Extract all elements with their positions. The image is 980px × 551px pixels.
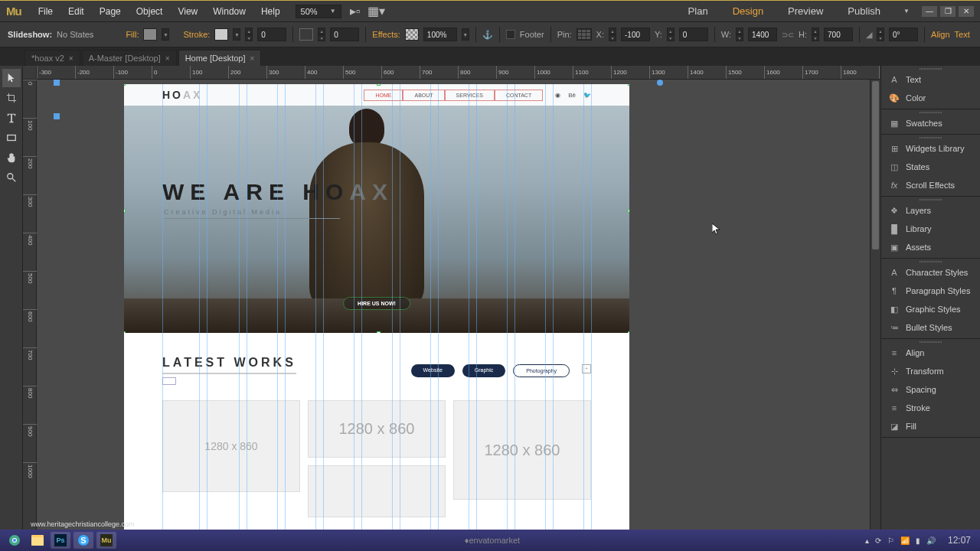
stroke-value[interactable]: 0 [257, 28, 286, 41]
close-icon[interactable]: × [69, 54, 74, 63]
page-marker-tl[interactable] [54, 80, 60, 86]
panel-layers[interactable]: ❖Layers [881, 201, 980, 220]
filter-photography[interactable]: Photography [513, 364, 570, 377]
panel-swatches[interactable]: ▦Swatches [881, 114, 980, 132]
chevron-down-icon[interactable]: ▼ [899, 5, 914, 18]
close-icon[interactable]: × [250, 54, 255, 63]
x-spinner[interactable]: ▲▼ [609, 28, 616, 41]
close-icon[interactable]: × [165, 54, 170, 63]
panel-graphic-styles[interactable]: ◧Graphic Styles [881, 300, 980, 318]
flag-icon[interactable]: ⚐ [887, 536, 894, 545]
works-box[interactable] [162, 377, 176, 385]
opacity-value[interactable]: 100% [423, 28, 457, 41]
text-tool[interactable] [2, 109, 21, 127]
panel-spacing[interactable]: ⇔Spacing [881, 380, 980, 399]
rectangle-tool[interactable] [2, 129, 21, 147]
menu-view[interactable]: View [170, 3, 205, 20]
link-icon[interactable]: ⊃⊂ [782, 31, 794, 39]
effects-label[interactable]: Effects: [372, 30, 400, 39]
panel-text[interactable]: AText [881, 70, 980, 89]
twitter-icon[interactable]: 🐦 [583, 92, 591, 99]
panel-scroll-effects[interactable]: fxScroll Effects [881, 176, 980, 194]
chrome-icon[interactable] [5, 532, 24, 549]
opacity-dropdown[interactable]: ▼ [462, 28, 469, 41]
nav-home[interactable]: HOME [364, 90, 403, 101]
behance-icon[interactable]: Bē [568, 92, 576, 99]
panel-bullet-styles[interactable]: ≔Bullet Styles [881, 318, 980, 337]
corner-icon[interactable] [299, 28, 313, 41]
mode-design[interactable]: Design [720, 2, 776, 20]
work-item[interactable]: 1280 x 860 [308, 400, 446, 458]
panel-char-styles[interactable]: ACharacter Styles [881, 263, 980, 282]
zoom-dropdown[interactable]: 50% ▼ [296, 5, 341, 18]
menu-help[interactable]: Help [253, 3, 288, 20]
stroke-swatch[interactable] [214, 28, 228, 41]
panel-states[interactable]: ◫States [881, 158, 980, 176]
tab-home[interactable]: Home [Desktop]× [178, 50, 262, 66]
stroke-label[interactable]: Stroke: [183, 30, 210, 39]
filter-graphic[interactable]: Graphic [462, 364, 506, 377]
design-page[interactable]: HOAX HOME ABOUT SERVICES CONTACT ◉ Bē 🐦 [124, 84, 629, 530]
dribbble-icon[interactable]: ◉ [555, 92, 560, 99]
panel-color[interactable]: 🎨Color [881, 89, 980, 107]
mode-preview[interactable]: Preview [776, 2, 835, 20]
add-filter-icon[interactable]: + [582, 364, 591, 373]
hero-section[interactable]: HOAX HOME ABOUT SERVICES CONTACT ◉ Bē 🐦 [124, 84, 629, 333]
crop-tool[interactable] [2, 89, 21, 107]
volume-icon[interactable]: 🔊 [926, 536, 936, 545]
minimize-button[interactable]: — [922, 6, 937, 17]
explorer-icon[interactable] [28, 532, 47, 549]
maximize-button[interactable]: ❐ [940, 6, 956, 17]
panel-assets[interactable]: ▣Assets [881, 238, 980, 256]
fill-label[interactable]: Fill: [126, 30, 139, 39]
panel-fill[interactable]: ◪Fill [881, 417, 980, 435]
y-value[interactable]: 0 [679, 28, 708, 41]
stroke-spinner[interactable]: ▲▼ [245, 28, 253, 41]
muse-icon[interactable]: Mu [96, 532, 116, 549]
slideshow-state[interactable]: No States [57, 30, 93, 39]
ruler-vertical[interactable]: 01002003004005006007008009001000 [23, 80, 37, 530]
nav-services[interactable]: SERVICES [445, 90, 495, 101]
panel-transform[interactable]: ⊹Transform [881, 362, 980, 380]
y-spinner[interactable]: ▲▼ [667, 28, 675, 41]
footer-checkbox[interactable] [506, 30, 515, 39]
works-title[interactable]: LATEST WORKS [162, 356, 296, 374]
scrollbar-vertical[interactable] [870, 80, 880, 530]
tray-up-icon[interactable]: ▴ [865, 536, 869, 545]
menu-edit[interactable]: Edit [60, 3, 92, 20]
w-spinner[interactable]: ▲▼ [736, 28, 743, 41]
anchor-icon[interactable]: ⚓ [482, 30, 493, 40]
page-marker-ml[interactable] [54, 113, 60, 119]
panel-library[interactable]: ▐▌Library [881, 220, 980, 238]
stroke-dropdown[interactable]: ▼ [233, 28, 240, 41]
fill-dropdown[interactable]: ▼ [162, 28, 169, 41]
hand-tool[interactable] [2, 148, 21, 167]
canvas[interactable]: -300-200-1000100200300400500600700800900… [23, 66, 880, 530]
corner-value[interactable]: 0 [330, 28, 359, 41]
pin-grid[interactable] [577, 28, 592, 41]
fill-swatch[interactable] [143, 28, 157, 41]
h-value[interactable]: 700 [824, 28, 853, 41]
tab-hoax[interactable]: *hoax v2× [24, 50, 80, 66]
panel-widgets[interactable]: ⊞Widgets Library [881, 139, 980, 158]
nav-contact[interactable]: CONTACT [495, 90, 543, 101]
text-link[interactable]: Text [955, 30, 970, 39]
clock[interactable]: 12:07 [948, 535, 971, 546]
corner-spinner[interactable]: ▲▼ [318, 28, 325, 41]
photoshop-icon[interactable]: Ps [51, 532, 70, 549]
w-value[interactable]: 1400 [748, 28, 777, 41]
filter-website[interactable]: Website [411, 364, 455, 377]
ruler-origin[interactable] [23, 66, 37, 80]
menu-page[interactable]: Page [92, 3, 129, 20]
system-tray[interactable]: ▴ ⟳ ⚐ 📶 ▮ 🔊 12:07 [865, 535, 975, 546]
work-item[interactable] [308, 465, 446, 517]
rotate-spinner[interactable]: ▲▼ [877, 28, 884, 41]
nav-about[interactable]: ABOUT [403, 90, 444, 101]
menu-window[interactable]: Window [205, 3, 253, 20]
rotate-value[interactable]: 0° [889, 28, 918, 41]
hero-subtitle[interactable]: Creative Digital Media [164, 208, 340, 219]
x-value[interactable]: -100 [621, 28, 650, 41]
tab-master[interactable]: A-Master [Desktop]× [82, 50, 177, 66]
effects-swatch[interactable] [405, 28, 419, 41]
ruler-horizontal[interactable]: -300-200-1000100200300400500600700800900… [37, 66, 880, 80]
